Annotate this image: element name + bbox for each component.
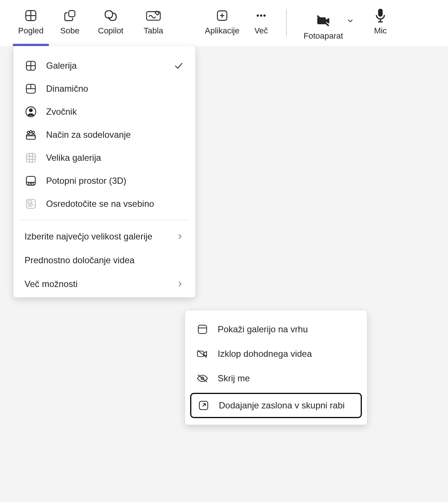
svg-point-8 (257, 14, 259, 17)
whiteboard-button[interactable]: Tabla (133, 0, 174, 46)
svg-rect-3 (69, 11, 75, 17)
apps-add-icon (215, 8, 230, 23)
svg-point-9 (260, 14, 262, 17)
mic-button[interactable]: Mic (364, 0, 397, 46)
mic-label: Mic (374, 26, 387, 36)
checkmark-icon (173, 60, 184, 71)
popout-icon (197, 399, 210, 412)
speaker-icon (25, 105, 37, 118)
menu-label: Dinamično (46, 84, 184, 94)
svg-rect-35 (28, 201, 32, 203)
apps-button[interactable]: Aplikacije (200, 0, 244, 46)
rooms-icon (62, 8, 77, 23)
more-button[interactable]: Več (244, 0, 278, 46)
more-icon (254, 8, 269, 23)
svg-point-10 (263, 14, 266, 17)
svg-rect-38 (198, 325, 207, 334)
apps-label: Aplikacije (205, 26, 240, 36)
menu-label: Način za sodelovanje (46, 130, 184, 140)
menu-item-prioritize-video[interactable]: Prednostno določanje videa (13, 248, 195, 272)
chevron-right-icon (175, 232, 184, 241)
gallery-top-icon (196, 323, 209, 336)
menu-item-together[interactable]: Način za sodelovanje (13, 123, 195, 146)
rooms-button[interactable]: Sobe (51, 0, 88, 46)
svg-rect-28 (26, 153, 35, 162)
camera-off-icon (316, 13, 331, 28)
menu-item-dynamic[interactable]: Dinamično (13, 77, 195, 100)
more-options-submenu: Pokaži galerijo na vrhu Izklop dohodnega… (185, 310, 367, 425)
menu-label: Skrij me (218, 373, 356, 384)
grid-icon (23, 8, 38, 23)
together-icon (25, 128, 37, 141)
svg-rect-27 (26, 136, 35, 139)
toolbar-divider (286, 10, 287, 36)
menu-item-gallery[interactable]: Galerija (13, 54, 195, 77)
menu-label: Več možnosti (25, 279, 166, 289)
submenu-item-add-shared-screen[interactable]: Dodajanje zaslona v skupni rabi (190, 393, 362, 418)
mic-icon (373, 8, 388, 23)
menu-label: Prednostno določanje videa (25, 255, 184, 265)
immersive-3d-icon (25, 175, 37, 187)
svg-point-24 (27, 131, 29, 133)
menu-divider (19, 220, 189, 220)
menu-label: Zvočnik (46, 107, 184, 117)
menu-label: Dodajanje zaslona v skupni rabi (219, 400, 355, 411)
camera-label: Fotoaparat (303, 31, 343, 41)
menu-label: Izklop dohodnega videa (218, 349, 356, 359)
menu-item-speaker[interactable]: Zvočnik (13, 100, 195, 123)
eye-off-icon (196, 372, 209, 385)
dynamic-icon (25, 82, 37, 95)
whiteboard-icon (146, 8, 161, 23)
menu-item-more-options[interactable]: Več možnosti (13, 272, 195, 296)
gallery-icon (25, 59, 37, 72)
video-off-icon (196, 348, 209, 360)
view-button[interactable]: Pogled (10, 0, 51, 46)
svg-point-26 (32, 131, 35, 133)
menu-item-large-gallery[interactable]: Velika galerija (13, 146, 195, 169)
menu-label: Galerija (46, 61, 164, 71)
more-label: Več (254, 26, 268, 36)
svg-rect-13 (378, 9, 383, 17)
menu-label: Pokaži galerijo na vrhu (218, 324, 356, 335)
copilot-icon (103, 8, 118, 23)
chevron-right-icon (175, 280, 184, 289)
meeting-toolbar: Pogled Sobe Copilot (0, 0, 448, 46)
menu-label: Osredotočite se na vsebino (46, 199, 184, 209)
submenu-item-hide-me[interactable]: Skrij me (185, 366, 367, 391)
svg-rect-33 (26, 176, 35, 185)
view-label: Pogled (18, 26, 44, 36)
large-gallery-icon (25, 151, 37, 164)
svg-line-43 (198, 375, 207, 382)
svg-rect-40 (197, 351, 204, 357)
menu-label: Potopni prostor (3D) (46, 176, 184, 186)
menu-item-immersive[interactable]: Potopni prostor (3D) (13, 169, 195, 192)
copilot-label: Copilot (98, 26, 123, 36)
menu-label: Izberite največjo velikost galerije (25, 231, 166, 242)
focus-content-icon (25, 198, 37, 210)
menu-item-focus-content[interactable]: Osredotočite se na vsebino (13, 192, 195, 215)
copilot-button[interactable]: Copilot (88, 0, 133, 46)
whiteboard-label: Tabla (144, 26, 163, 36)
view-menu: Galerija Dinamično Zvočnik Način (13, 46, 195, 297)
submenu-item-incoming-video-off[interactable]: Izklop dohodnega videa (185, 342, 367, 366)
submenu-item-gallery-top[interactable]: Pokaži galerijo na vrhu (185, 317, 367, 342)
menu-item-gallery-size[interactable]: Izberite največjo velikost galerije (13, 225, 195, 248)
svg-point-25 (30, 131, 32, 133)
camera-button[interactable]: Fotoaparat (295, 0, 364, 46)
svg-point-23 (29, 109, 32, 112)
rooms-label: Sobe (60, 26, 79, 36)
menu-label: Velika galerija (46, 153, 184, 163)
camera-chevron-icon[interactable] (345, 16, 355, 26)
